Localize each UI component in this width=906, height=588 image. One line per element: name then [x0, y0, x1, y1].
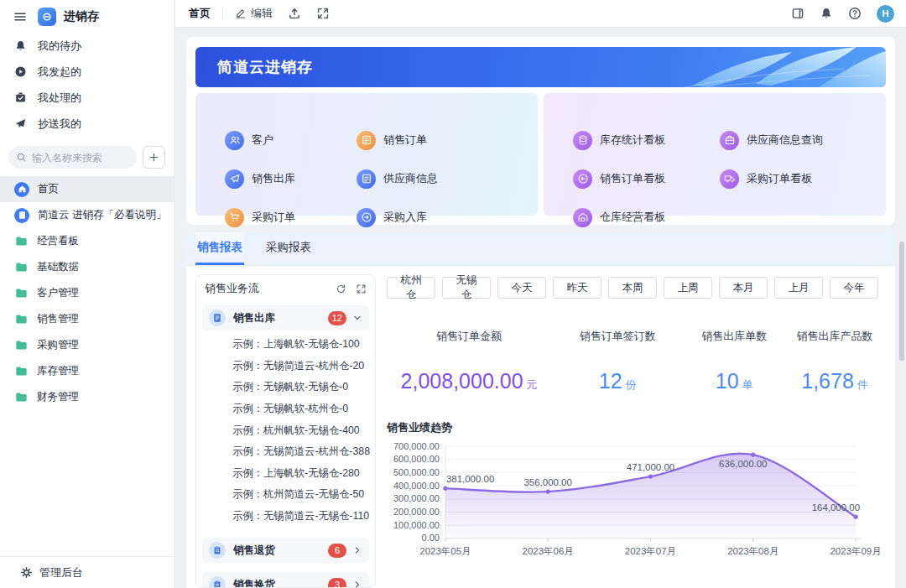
sidebar-item-sales-mgmt[interactable]: 销售管理 — [0, 306, 174, 332]
flow-group-outbound: 销售出库 12 示例：上海帆软-无锡仓-100 示例：无锡简道云-杭州仓-20 … — [202, 305, 369, 528]
avatar[interactable]: H — [877, 5, 894, 23]
users-icon — [225, 131, 244, 150]
flow-list-item[interactable]: 示例：无锡简道云-杭州仓-20 — [202, 356, 369, 377]
stat-value: 12 — [599, 369, 622, 393]
quick-panel-dashboards: 库存统计看板 供应商信息查询 销售订单看板 采购订单看板 — [544, 93, 886, 216]
chevron-right-icon[interactable] — [352, 545, 362, 555]
sidebar-item-cc[interactable]: 抄送我的 — [0, 111, 174, 137]
document-icon — [14, 208, 29, 223]
app-logo-icon — [38, 8, 56, 26]
folder-icon — [14, 313, 29, 325]
add-app-button[interactable] — [143, 146, 165, 169]
quick-link-warehouse-board[interactable]: 仓库经营看板 — [573, 208, 720, 227]
fullscreen-icon[interactable] — [316, 7, 330, 20]
folder-icon — [14, 287, 29, 299]
sidebar-app-nav: 首页 简道云 进销存「必看说明」 经营看板 基础数据 客户管理 销售管理 采购管… — [0, 176, 174, 556]
menu-toggle-icon[interactable] — [13, 10, 27, 23]
tab-sales-report[interactable]: 销售报表 — [195, 232, 244, 265]
sidebar-item-finance-mgmt[interactable]: 财务管理 — [0, 384, 174, 410]
svg-text:0.00: 0.00 — [422, 533, 440, 543]
task-check-icon — [14, 91, 27, 104]
sidebar-item-business-board[interactable]: 经营看板 — [0, 228, 174, 254]
flow-list-item[interactable]: 示例：杭州帆软-无锡仓-400 — [202, 419, 369, 441]
sidebar-item-base-data[interactable]: 基础数据 — [0, 254, 174, 280]
filter-last-month[interactable]: 上月 — [774, 277, 823, 299]
tab-purchase-report[interactable]: 采购报表 — [264, 232, 313, 265]
svg-text:2023年07月: 2023年07月 — [625, 546, 676, 556]
quick-link-purchase-inbound[interactable]: 采购入库 — [357, 208, 538, 227]
flow-list-item[interactable]: 示例：无锡帆软-无锡仓-0 — [202, 377, 369, 398]
sales-flow-title: 销售业务流 — [205, 281, 259, 296]
filter-today[interactable]: 今天 — [497, 277, 546, 299]
sidebar-item-home[interactable]: 首页 — [0, 176, 174, 202]
arrow-in-circle-icon — [357, 208, 376, 227]
quick-link-sales-order-board[interactable]: 销售订单看板 — [573, 169, 720, 189]
scrollbar-thumb[interactable] — [899, 242, 904, 361]
svg-text:700,000.00: 700,000.00 — [393, 441, 440, 451]
filter-yesterday[interactable]: 昨天 — [553, 277, 601, 299]
stat-unit: 元 — [527, 377, 538, 393]
flow-group-returns: 销售退货 6 — [202, 538, 369, 563]
quick-link-inventory-board[interactable]: 库存统计看板 — [573, 131, 720, 150]
chevron-right-icon[interactable] — [352, 580, 362, 588]
help-icon[interactable] — [848, 7, 862, 20]
chevron-down-icon[interactable] — [352, 313, 362, 323]
folder-icon — [14, 235, 29, 247]
quick-link-customer[interactable]: 客户 — [225, 131, 357, 150]
report-right-column: 杭州仓 无锡仓 今天 昨天 本周 上周 本月 上月 今年 销售订单金额 — [387, 274, 885, 588]
svg-text:2023年09月: 2023年09月 — [830, 546, 881, 556]
filter-last-week[interactable]: 上周 — [664, 277, 712, 299]
sidebar-item-inventory-mgmt[interactable]: 库存管理 — [0, 358, 174, 384]
sidebar-item-readme[interactable]: 简道云 进销存「必看说明」 — [0, 202, 174, 228]
quick-link-purchase-order[interactable]: 采购订单 — [225, 208, 357, 227]
sales-trend-area-chart: 0.00100,000.00200,000.00300,000.00400,00… — [387, 440, 885, 570]
flow-group-returns-header[interactable]: 销售退货 6 — [202, 538, 369, 563]
flow-list-item[interactable]: 示例：杭州简道云-无锡仓-50 — [202, 484, 369, 506]
banner: 简道云进销存 — [195, 47, 886, 87]
filter-warehouse-wuxi[interactable]: 无锡仓 — [442, 277, 491, 299]
filter-warehouse-hangzhou[interactable]: 杭州仓 — [387, 277, 435, 299]
search-input[interactable] — [32, 152, 129, 164]
flow-list-item[interactable]: 示例：无锡帆软-杭州仓-0 — [202, 398, 369, 420]
quick-link-supplier-info[interactable]: 供应商信息 — [357, 169, 538, 189]
admin-console-link[interactable]: 管理后台 — [0, 556, 174, 588]
svg-text:600,000.00: 600,000.00 — [393, 454, 440, 464]
quick-link-purchase-order-board[interactable]: 采购订单看板 — [720, 169, 886, 189]
divider — [222, 8, 223, 19]
flow-list-item[interactable]: 示例：上海帆软-无锡仓-100 — [202, 334, 369, 356]
sales-flow-header: 销售业务流 — [202, 275, 369, 302]
filter-this-year[interactable]: 今年 — [830, 277, 878, 299]
topbar-page-title[interactable]: 首页 — [189, 6, 211, 21]
svg-text:164,000.00: 164,000.00 — [812, 502, 860, 513]
edit-button[interactable]: 编辑 — [235, 6, 273, 21]
flow-list-item[interactable]: 示例：无锡简道云-无锡仓-110 — [202, 506, 369, 528]
report-card: 销售报表 采购报表 销售业务流 — [186, 232, 895, 588]
expand-panel-icon[interactable] — [356, 284, 367, 294]
flow-group-outbound-header[interactable]: 销售出库 12 — [202, 305, 369, 330]
flow-group-exchanges-header[interactable]: 销售换货 3 — [202, 572, 369, 588]
svg-text:2023年05月: 2023年05月 — [419, 546, 471, 556]
sidebar-item-customer-mgmt[interactable]: 客户管理 — [0, 280, 174, 306]
clipboard-icon — [209, 542, 226, 559]
flow-list-item[interactable]: 示例：无锡简道云-杭州仓-388 — [202, 441, 369, 463]
sidebar-item-todo[interactable]: 我的待办 — [0, 33, 174, 59]
notification-bell-icon[interactable] — [820, 7, 833, 20]
sidebar-item-initiated[interactable]: 我发起的 — [0, 59, 174, 85]
quick-link-supplier-query[interactable]: 供应商信息查询 — [720, 131, 886, 150]
briefcase-icon — [720, 131, 739, 150]
svg-text:300,000.00: 300,000.00 — [393, 493, 440, 503]
svg-text:500,000.00: 500,000.00 — [393, 467, 440, 477]
search-box[interactable] — [8, 146, 137, 169]
filter-this-week[interactable]: 本周 — [608, 277, 657, 299]
arrow-left-circle-icon — [573, 169, 592, 189]
filter-this-month[interactable]: 本月 — [719, 277, 768, 299]
quick-link-sales-outbound[interactable]: 销售出库 — [225, 169, 357, 189]
share-upload-icon[interactable] — [288, 7, 301, 20]
quick-link-sales-order[interactable]: 销售订单 — [357, 131, 538, 150]
sidebar-item-processed[interactable]: 我处理的 — [0, 85, 174, 111]
stat-sales-amount: 销售订单金额 2,008,000.00 元 — [387, 329, 551, 393]
refresh-icon[interactable] — [336, 284, 346, 294]
flow-list-item[interactable]: 示例：上海帆软-无锡仓-280 — [202, 463, 369, 485]
sidebar-item-purchase-mgmt[interactable]: 采购管理 — [0, 332, 174, 358]
panel-book-icon[interactable] — [791, 7, 804, 20]
